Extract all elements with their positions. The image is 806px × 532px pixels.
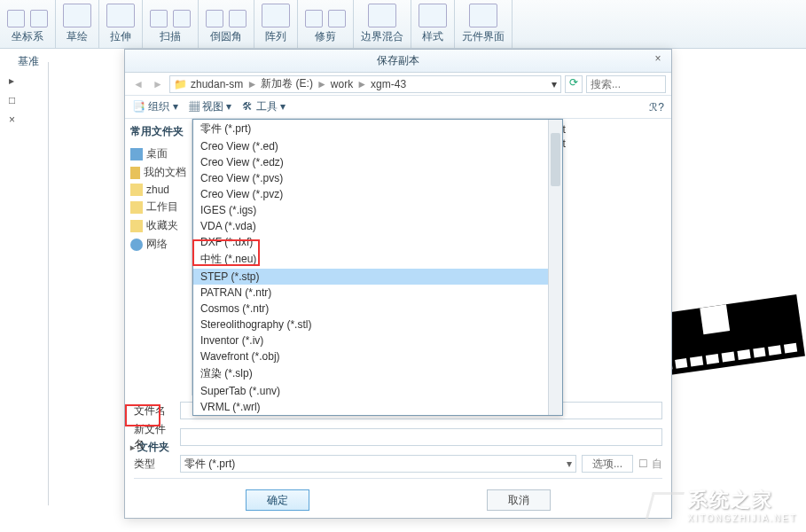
file-type-dropdown[interactable]: 零件 (*.prt)Creo View (*.ed)Creo View (*.e… <box>192 119 563 416</box>
folder-icon <box>130 201 143 214</box>
sidebar-item-folder[interactable]: zhud <box>130 182 186 198</box>
type-option[interactable]: PATRAN (*.ntr) <box>193 285 562 301</box>
left-tree-panel: ▸□× <box>0 62 49 505</box>
type-option[interactable]: VDA (*.vda) <box>193 218 562 234</box>
sidebar-item-workdir[interactable]: 工作目 <box>130 198 186 216</box>
network-icon <box>130 239 143 251</box>
sidebar-header: 常用文件夹 <box>130 124 186 139</box>
ribbon-group: 样式 <box>422 29 443 44</box>
organize-button[interactable]: 📑 组织 ▾ <box>132 99 178 114</box>
crumb[interactable]: work <box>331 78 353 90</box>
dropdown-scrollbar[interactable] <box>548 120 562 415</box>
folder-icon <box>130 184 143 196</box>
chevron-down-icon: ▾ <box>567 458 572 470</box>
file-list-area: be-bq30155f-62_2.prtbso-3_5m3-10-zc_8.pr… <box>192 119 671 395</box>
ribbon: 坐标系 草绘 拉伸 扫描 倒圆角 阵列 修剪 边界混合 样式 元件界面 <box>0 0 806 49</box>
tool-row: 📑 组织 ▾ ▦ 视图 ▾ 🛠 工具 ▾ ℛ? <box>125 96 671 119</box>
type-option[interactable]: Creo View (*.ed) <box>193 138 562 154</box>
type-option[interactable]: Creo View (*.pvs) <box>193 170 562 186</box>
nav-back-icon[interactable]: ◄ <box>130 76 146 92</box>
ribbon-group: 倒圆角 <box>210 29 242 44</box>
documents-icon <box>130 167 140 179</box>
nav-forward-icon[interactable]: ► <box>150 76 166 92</box>
save-copy-dialog: 保存副本 × ◄ ► 📁 zhudan-sm► 新加卷 (E:)► work► … <box>124 49 672 519</box>
type-option[interactable]: Creo View (*.edz) <box>193 154 562 170</box>
favorites-icon <box>130 220 143 232</box>
ribbon-group: 边界混合 <box>361 29 403 44</box>
filename-label: 文件名 <box>134 403 175 419</box>
ribbon-group: 修剪 <box>315 29 336 44</box>
path-dropdown-icon[interactable]: ▾ <box>552 78 557 90</box>
dialog-titlebar: 保存副本 × <box>125 50 671 73</box>
ok-button[interactable]: 确定 <box>246 489 309 511</box>
type-option[interactable]: DXF (*.dxf) <box>193 234 562 250</box>
type-label: 类型 <box>134 457 175 472</box>
type-option[interactable]: DWG (*.dwg) <box>193 415 562 416</box>
crumb[interactable]: 新加卷 (E:) <box>261 76 313 91</box>
type-option[interactable]: IGES (*.igs) <box>193 202 562 218</box>
type-value: 零件 (*.prt) <box>184 457 235 472</box>
type-option[interactable]: Stereolithography (*.stl) <box>193 317 562 332</box>
type-option[interactable]: Inventor (*.iv) <box>193 332 562 348</box>
sidebar-item-documents[interactable]: 我的文档 <box>130 163 186 182</box>
newname-label: 新文件名 <box>134 422 175 452</box>
breadcrumb[interactable]: 📁 zhudan-sm► 新加卷 (E:)► work► xgm-43 ▾ <box>169 75 561 93</box>
desktop-icon <box>130 148 143 160</box>
ribbon-group: 坐标系 <box>12 29 43 44</box>
ribbon-group: 阵列 <box>265 29 286 44</box>
auto-checkbox[interactable]: ☐自 <box>638 457 662 472</box>
cancel-button[interactable]: 取消 <box>487 489 551 511</box>
type-option[interactable]: Wavefront (*.obj) <box>193 348 562 364</box>
watermark: 系统之家 XITONGZHIJIA.NET <box>649 487 798 523</box>
sidebar-item-desktop[interactable]: 桌面 <box>130 145 186 163</box>
help-icon[interactable]: ℛ? <box>649 101 664 113</box>
watermark-logo-icon <box>645 492 684 519</box>
type-option[interactable]: 渲染 (*.slp) <box>193 364 562 383</box>
type-option[interactable]: SuperTab (*.unv) <box>193 383 562 399</box>
type-option[interactable]: Creo View (*.pvz) <box>193 186 562 202</box>
ribbon-group: 拉伸 <box>110 29 131 44</box>
type-option[interactable]: 中性 (*.neu) <box>193 250 562 269</box>
dialog-title: 保存副本 <box>377 53 419 68</box>
sidebar-item-favorites[interactable]: 收藏夹 <box>130 216 186 235</box>
search-input[interactable] <box>586 75 666 93</box>
type-option[interactable]: Cosmos (*.ntr) <box>193 301 562 317</box>
sidebar: 常用文件夹 桌面 我的文档 zhud 工作目 收藏夹 网络 ▸ 文件夹 <box>125 119 192 395</box>
ribbon-group: 草绘 <box>67 29 88 44</box>
sidebar-item-network[interactable]: 网络 <box>130 235 186 254</box>
crumb[interactable]: xgm-43 <box>371 78 406 90</box>
tools-button[interactable]: 🛠 工具 ▾ <box>242 99 286 114</box>
options-button[interactable]: 选项... <box>582 455 633 473</box>
crumb[interactable]: zhudan-sm <box>191 78 243 90</box>
view-button[interactable]: ▦ 视图 ▾ <box>189 99 232 114</box>
type-option[interactable]: VRML (*.wrl) <box>193 399 562 415</box>
ribbon-group: 元件界面 <box>462 29 505 44</box>
type-option[interactable]: 零件 (*.prt) <box>193 120 562 138</box>
ribbon-group: 扫描 <box>160 29 181 44</box>
close-icon[interactable]: × <box>650 52 666 68</box>
nav-row: ◄ ► 📁 zhudan-sm► 新加卷 (E:)► work► xgm-43 … <box>125 73 671 96</box>
newname-input[interactable] <box>180 428 662 446</box>
type-combo[interactable]: 零件 (*.prt) ▾ <box>180 455 576 473</box>
refresh-icon[interactable]: ⟳ <box>565 75 583 93</box>
type-option[interactable]: STEP (*.stp) <box>193 269 562 285</box>
